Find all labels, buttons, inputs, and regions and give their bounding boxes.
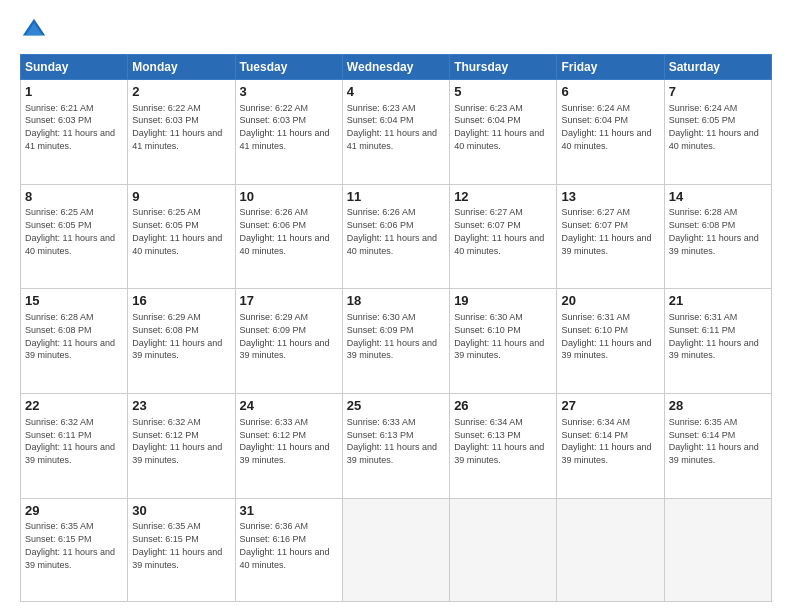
calendar-week-row: 22 Sunrise: 6:32 AMSunset: 6:11 PMDaylig…	[21, 394, 772, 499]
day-number: 25	[347, 397, 445, 415]
day-number: 23	[132, 397, 230, 415]
day-number: 5	[454, 83, 552, 101]
calendar-day-cell: 3 Sunrise: 6:22 AMSunset: 6:03 PMDayligh…	[235, 80, 342, 185]
calendar-day-cell: 22 Sunrise: 6:32 AMSunset: 6:11 PMDaylig…	[21, 394, 128, 499]
day-info: Sunrise: 6:31 AMSunset: 6:11 PMDaylight:…	[669, 312, 759, 360]
calendar-week-row: 29 Sunrise: 6:35 AMSunset: 6:15 PMDaylig…	[21, 498, 772, 601]
day-info: Sunrise: 6:30 AMSunset: 6:09 PMDaylight:…	[347, 312, 437, 360]
day-number: 21	[669, 292, 767, 310]
calendar-day-cell: 17 Sunrise: 6:29 AMSunset: 6:09 PMDaylig…	[235, 289, 342, 394]
calendar-day-cell: 10 Sunrise: 6:26 AMSunset: 6:06 PMDaylig…	[235, 184, 342, 289]
day-number: 3	[240, 83, 338, 101]
calendar-day-cell: 20 Sunrise: 6:31 AMSunset: 6:10 PMDaylig…	[557, 289, 664, 394]
day-number: 28	[669, 397, 767, 415]
logo	[20, 16, 52, 44]
calendar-header-tuesday: Tuesday	[235, 55, 342, 80]
day-number: 4	[347, 83, 445, 101]
day-number: 7	[669, 83, 767, 101]
calendar-day-cell: 19 Sunrise: 6:30 AMSunset: 6:10 PMDaylig…	[450, 289, 557, 394]
calendar-day-cell: 14 Sunrise: 6:28 AMSunset: 6:08 PMDaylig…	[664, 184, 771, 289]
day-info: Sunrise: 6:36 AMSunset: 6:16 PMDaylight:…	[240, 521, 330, 569]
day-number: 15	[25, 292, 123, 310]
calendar-day-cell: 4 Sunrise: 6:23 AMSunset: 6:04 PMDayligh…	[342, 80, 449, 185]
calendar-header-row: SundayMondayTuesdayWednesdayThursdayFrid…	[21, 55, 772, 80]
day-info: Sunrise: 6:25 AMSunset: 6:05 PMDaylight:…	[132, 207, 222, 255]
day-number: 13	[561, 188, 659, 206]
calendar-header-saturday: Saturday	[664, 55, 771, 80]
day-info: Sunrise: 6:22 AMSunset: 6:03 PMDaylight:…	[240, 103, 330, 151]
calendar-day-cell: 11 Sunrise: 6:26 AMSunset: 6:06 PMDaylig…	[342, 184, 449, 289]
calendar-day-cell: 28 Sunrise: 6:35 AMSunset: 6:14 PMDaylig…	[664, 394, 771, 499]
calendar-day-cell	[557, 498, 664, 601]
calendar-header-wednesday: Wednesday	[342, 55, 449, 80]
calendar-day-cell: 30 Sunrise: 6:35 AMSunset: 6:15 PMDaylig…	[128, 498, 235, 601]
calendar-day-cell	[450, 498, 557, 601]
calendar: SundayMondayTuesdayWednesdayThursdayFrid…	[20, 54, 772, 602]
calendar-day-cell: 24 Sunrise: 6:33 AMSunset: 6:12 PMDaylig…	[235, 394, 342, 499]
day-info: Sunrise: 6:22 AMSunset: 6:03 PMDaylight:…	[132, 103, 222, 151]
day-info: Sunrise: 6:35 AMSunset: 6:15 PMDaylight:…	[132, 521, 222, 569]
calendar-day-cell	[664, 498, 771, 601]
day-info: Sunrise: 6:31 AMSunset: 6:10 PMDaylight:…	[561, 312, 651, 360]
calendar-day-cell: 25 Sunrise: 6:33 AMSunset: 6:13 PMDaylig…	[342, 394, 449, 499]
calendar-day-cell: 21 Sunrise: 6:31 AMSunset: 6:11 PMDaylig…	[664, 289, 771, 394]
calendar-day-cell: 23 Sunrise: 6:32 AMSunset: 6:12 PMDaylig…	[128, 394, 235, 499]
day-number: 6	[561, 83, 659, 101]
calendar-day-cell: 5 Sunrise: 6:23 AMSunset: 6:04 PMDayligh…	[450, 80, 557, 185]
day-info: Sunrise: 6:23 AMSunset: 6:04 PMDaylight:…	[454, 103, 544, 151]
calendar-day-cell: 6 Sunrise: 6:24 AMSunset: 6:04 PMDayligh…	[557, 80, 664, 185]
day-number: 22	[25, 397, 123, 415]
calendar-day-cell	[342, 498, 449, 601]
day-info: Sunrise: 6:33 AMSunset: 6:13 PMDaylight:…	[347, 417, 437, 465]
day-number: 11	[347, 188, 445, 206]
day-number: 27	[561, 397, 659, 415]
calendar-day-cell: 27 Sunrise: 6:34 AMSunset: 6:14 PMDaylig…	[557, 394, 664, 499]
day-info: Sunrise: 6:23 AMSunset: 6:04 PMDaylight:…	[347, 103, 437, 151]
calendar-day-cell: 18 Sunrise: 6:30 AMSunset: 6:09 PMDaylig…	[342, 289, 449, 394]
calendar-day-cell: 15 Sunrise: 6:28 AMSunset: 6:08 PMDaylig…	[21, 289, 128, 394]
calendar-week-row: 1 Sunrise: 6:21 AMSunset: 6:03 PMDayligh…	[21, 80, 772, 185]
day-info: Sunrise: 6:26 AMSunset: 6:06 PMDaylight:…	[240, 207, 330, 255]
day-number: 2	[132, 83, 230, 101]
day-info: Sunrise: 6:24 AMSunset: 6:05 PMDaylight:…	[669, 103, 759, 151]
day-number: 1	[25, 83, 123, 101]
page: SundayMondayTuesdayWednesdayThursdayFrid…	[0, 0, 792, 612]
calendar-day-cell: 16 Sunrise: 6:29 AMSunset: 6:08 PMDaylig…	[128, 289, 235, 394]
day-number: 16	[132, 292, 230, 310]
day-number: 31	[240, 502, 338, 520]
day-number: 29	[25, 502, 123, 520]
day-number: 9	[132, 188, 230, 206]
day-number: 18	[347, 292, 445, 310]
calendar-week-row: 8 Sunrise: 6:25 AMSunset: 6:05 PMDayligh…	[21, 184, 772, 289]
calendar-day-cell: 13 Sunrise: 6:27 AMSunset: 6:07 PMDaylig…	[557, 184, 664, 289]
day-number: 14	[669, 188, 767, 206]
day-info: Sunrise: 6:29 AMSunset: 6:08 PMDaylight:…	[132, 312, 222, 360]
calendar-day-cell: 31 Sunrise: 6:36 AMSunset: 6:16 PMDaylig…	[235, 498, 342, 601]
day-info: Sunrise: 6:34 AMSunset: 6:14 PMDaylight:…	[561, 417, 651, 465]
day-info: Sunrise: 6:33 AMSunset: 6:12 PMDaylight:…	[240, 417, 330, 465]
calendar-day-cell: 8 Sunrise: 6:25 AMSunset: 6:05 PMDayligh…	[21, 184, 128, 289]
day-info: Sunrise: 6:34 AMSunset: 6:13 PMDaylight:…	[454, 417, 544, 465]
calendar-header-friday: Friday	[557, 55, 664, 80]
day-info: Sunrise: 6:21 AMSunset: 6:03 PMDaylight:…	[25, 103, 115, 151]
day-info: Sunrise: 6:27 AMSunset: 6:07 PMDaylight:…	[561, 207, 651, 255]
day-info: Sunrise: 6:35 AMSunset: 6:15 PMDaylight:…	[25, 521, 115, 569]
calendar-day-cell: 12 Sunrise: 6:27 AMSunset: 6:07 PMDaylig…	[450, 184, 557, 289]
day-number: 19	[454, 292, 552, 310]
day-info: Sunrise: 6:28 AMSunset: 6:08 PMDaylight:…	[25, 312, 115, 360]
calendar-day-cell: 1 Sunrise: 6:21 AMSunset: 6:03 PMDayligh…	[21, 80, 128, 185]
calendar-header-thursday: Thursday	[450, 55, 557, 80]
day-info: Sunrise: 6:32 AMSunset: 6:12 PMDaylight:…	[132, 417, 222, 465]
day-info: Sunrise: 6:27 AMSunset: 6:07 PMDaylight:…	[454, 207, 544, 255]
day-info: Sunrise: 6:26 AMSunset: 6:06 PMDaylight:…	[347, 207, 437, 255]
day-info: Sunrise: 6:29 AMSunset: 6:09 PMDaylight:…	[240, 312, 330, 360]
day-number: 12	[454, 188, 552, 206]
day-info: Sunrise: 6:32 AMSunset: 6:11 PMDaylight:…	[25, 417, 115, 465]
day-number: 8	[25, 188, 123, 206]
day-info: Sunrise: 6:28 AMSunset: 6:08 PMDaylight:…	[669, 207, 759, 255]
header	[20, 16, 772, 44]
day-info: Sunrise: 6:35 AMSunset: 6:14 PMDaylight:…	[669, 417, 759, 465]
day-info: Sunrise: 6:30 AMSunset: 6:10 PMDaylight:…	[454, 312, 544, 360]
day-number: 10	[240, 188, 338, 206]
calendar-header-sunday: Sunday	[21, 55, 128, 80]
